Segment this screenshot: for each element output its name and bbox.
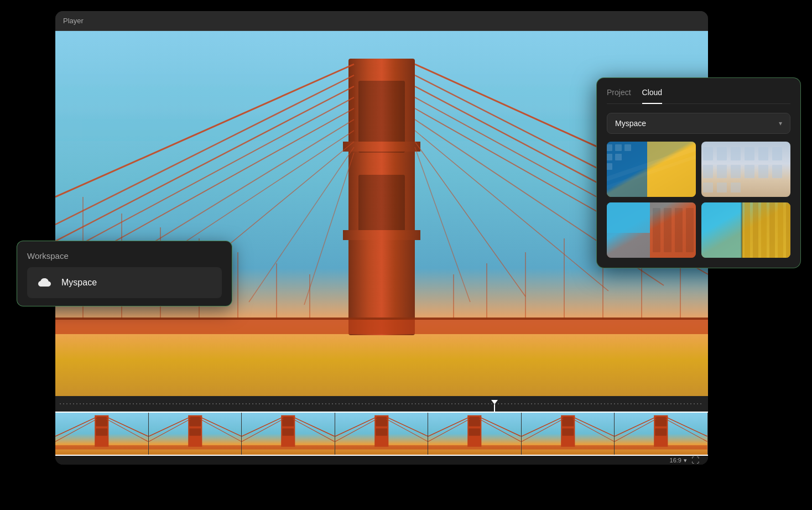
svg-rect-58 [149, 445, 242, 450]
aspect-ratio-label: 16:9 [670, 457, 681, 464]
svg-rect-89 [562, 429, 574, 436]
svg-rect-85 [428, 445, 521, 450]
timeline-track[interactable] [60, 403, 704, 404]
svg-rect-71 [376, 429, 387, 436]
cloud-panel: Project Cloud Myspace ▾ [596, 77, 801, 268]
svg-rect-122 [703, 165, 713, 178]
svg-rect-103 [615, 445, 707, 450]
aspect-ratio-button[interactable]: 16:9 ▾ [670, 457, 687, 464]
playhead-arrow-icon [491, 400, 498, 404]
workspace-popup-title: Workspace [27, 251, 222, 261]
cloud-icon-svg [37, 277, 53, 289]
building-thumb-svg-1 [607, 142, 696, 197]
svg-rect-39 [55, 319, 708, 334]
thumb-svg-6 [522, 413, 615, 455]
svg-rect-97 [655, 417, 667, 426]
svg-rect-119 [745, 147, 754, 160]
tab-project[interactable]: Project [607, 88, 631, 99]
building-thumb-svg-3 [607, 202, 696, 258]
svg-rect-52 [189, 417, 201, 426]
svg-rect-67 [242, 445, 335, 450]
workspace-popup: Workspace Myspace [17, 241, 232, 306]
svg-line-22 [415, 131, 608, 291]
svg-rect-120 [758, 147, 768, 160]
player-titlebar: Player [55, 11, 708, 31]
thumb-frame-5 [428, 413, 522, 455]
svg-rect-62 [282, 429, 294, 436]
svg-rect-138 [686, 208, 694, 252]
svg-rect-125 [745, 165, 754, 178]
svg-rect-116 [703, 147, 713, 160]
svg-rect-1 [348, 59, 415, 335]
svg-rect-128 [703, 183, 713, 192]
svg-rect-147 [786, 202, 790, 258]
svg-rect-136 [664, 208, 672, 252]
cloud-workspace-dropdown[interactable]: Myspace ▾ [607, 113, 790, 134]
aspect-ratio-chevron-icon: ▾ [684, 457, 687, 464]
svg-rect-4 [343, 142, 420, 152]
dropdown-chevron-icon: ▾ [779, 119, 782, 127]
svg-rect-130 [731, 183, 741, 192]
svg-line-14 [249, 147, 354, 302]
thumb-frame-7 [615, 413, 708, 455]
svg-rect-134 [607, 202, 650, 233]
svg-rect-126 [758, 165, 768, 178]
workspace-item-myspace[interactable]: Myspace [27, 267, 222, 298]
cloud-thumb-3[interactable] [607, 202, 696, 258]
thumb-svg-7 [615, 413, 707, 455]
cloud-dropdown-value: Myspace [615, 119, 646, 128]
timeline-thumbnails[interactable] [55, 412, 708, 456]
svg-rect-53 [189, 429, 201, 436]
timeline-area: 16:9 ▾ ⛶ [55, 396, 708, 465]
thumb-frame-6 [522, 413, 615, 455]
thumb-svg-2 [149, 413, 242, 455]
thumb-frame-2 [149, 413, 242, 455]
svg-line-9 [55, 97, 354, 258]
thumb-frame-3 [242, 413, 335, 455]
svg-rect-118 [731, 147, 741, 160]
svg-line-7 [55, 75, 354, 225]
svg-rect-79 [469, 417, 481, 426]
svg-rect-76 [335, 445, 428, 450]
svg-rect-2 [358, 81, 405, 153]
thumb-svg-3 [242, 413, 335, 455]
svg-line-6 [55, 64, 354, 197]
tab-cloud[interactable]: Cloud [642, 88, 663, 104]
building-thumb-svg-2 [701, 142, 790, 197]
thumb-frame-1 [55, 413, 149, 455]
svg-rect-70 [376, 417, 387, 426]
building-thumb-svg-4 [701, 202, 790, 258]
svg-rect-127 [772, 165, 782, 178]
fullscreen-button[interactable]: ⛶ [691, 456, 699, 465]
svg-rect-80 [469, 429, 481, 436]
svg-rect-146 [778, 202, 783, 258]
scene-container: Player [0, 0, 812, 510]
svg-rect-143 [753, 202, 758, 258]
svg-rect-142 [745, 202, 750, 258]
cloud-thumb-1[interactable] [607, 142, 696, 197]
svg-rect-137 [675, 208, 683, 252]
timeline-controls-bar: 16:9 ▾ ⛶ [55, 456, 708, 465]
svg-rect-129 [717, 183, 727, 192]
svg-rect-112 [607, 154, 612, 160]
svg-rect-43 [96, 417, 107, 426]
svg-line-15 [304, 153, 354, 305]
svg-rect-145 [769, 202, 775, 258]
svg-line-24 [415, 147, 470, 302]
cloud-thumb-4[interactable] [701, 202, 790, 258]
svg-rect-61 [282, 417, 294, 426]
svg-rect-5 [343, 230, 420, 240]
svg-line-23 [415, 142, 525, 296]
timeline-scrubber[interactable] [55, 396, 708, 412]
svg-rect-140 [701, 202, 742, 258]
thumb-svg-1 [55, 413, 148, 455]
svg-rect-40 [55, 318, 708, 320]
svg-rect-49 [55, 445, 148, 450]
thumb-svg-5 [428, 413, 521, 455]
cloud-thumb-2[interactable] [701, 142, 790, 197]
svg-line-8 [55, 86, 354, 241]
svg-rect-98 [655, 429, 667, 436]
svg-rect-94 [522, 445, 615, 450]
svg-rect-110 [615, 144, 622, 151]
workspace-cloud-icon [36, 274, 54, 292]
